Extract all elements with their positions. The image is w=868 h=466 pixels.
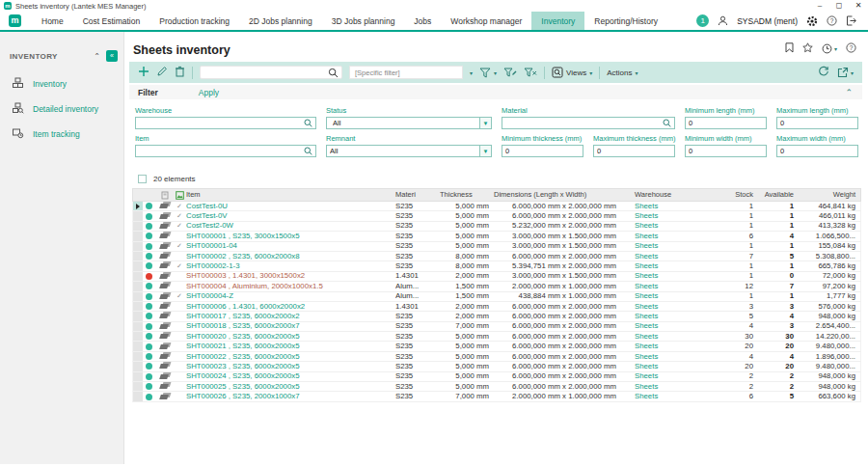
max-thickness-field[interactable]: [593, 145, 675, 157]
item-name-link[interactable]: SHT000003 , 1.4301, 3000x1500x2: [186, 271, 395, 281]
item-name-link[interactable]: SHT000006 , 1.4301, 6000x2000x2: [186, 302, 395, 312]
max-length-field[interactable]: [776, 117, 858, 129]
remnant-select[interactable]: ▼: [326, 145, 492, 157]
row-selector[interactable]: [133, 242, 143, 251]
warehouse-link[interactable]: Sheets: [621, 352, 721, 362]
quick-search-box[interactable]: [200, 66, 342, 79]
logout-icon[interactable]: [846, 15, 856, 26]
table-row[interactable]: SHT000018 , S235, 6000x2000x7S2357,000 m…: [132, 322, 861, 332]
row-selector[interactable]: [133, 272, 143, 281]
column-header-available[interactable]: Available: [758, 190, 799, 200]
max-width-input[interactable]: [777, 147, 857, 155]
menu-item-cost-estimation[interactable]: Cost Estimation: [73, 12, 150, 30]
warehouse-link[interactable]: Sheets: [621, 392, 721, 401]
min-thickness-input[interactable]: [502, 147, 583, 155]
max-width-field[interactable]: [776, 145, 858, 157]
row-selector[interactable]: [133, 392, 143, 400]
item-name-link[interactable]: SHT000002-1-3: [186, 261, 395, 271]
remnant-dropdown-icon[interactable]: ▼: [479, 146, 491, 156]
item-input[interactable]: [136, 147, 304, 155]
row-selector[interactable]: [133, 312, 143, 320]
min-length-field[interactable]: [685, 117, 767, 129]
sidebar-item-detailed-inventory[interactable]: Detailed inventory: [0, 96, 123, 122]
warehouse-link[interactable]: Sheets: [621, 312, 721, 321]
filter-collapse-chevron-icon[interactable]: ⌃: [845, 88, 862, 97]
item-name-link[interactable]: SHT000001-04: [186, 241, 395, 251]
menu-item-reporting-history[interactable]: Reporting/History: [584, 12, 667, 30]
menu-item-2d-jobs-planning[interactable]: 2D Jobs planning: [239, 12, 322, 30]
item-name-link[interactable]: SHT000002 , S235, 6000x2000x8: [186, 252, 395, 261]
actions-button[interactable]: Actions ▾: [607, 69, 637, 77]
item-name-link[interactable]: SHT000004-Z: [186, 291, 395, 301]
filter-apply-link[interactable]: Apply: [199, 88, 219, 97]
row-selector[interactable]: [133, 211, 143, 220]
column-header-dimensions[interactable]: Dimensions (Length x Width): [494, 190, 621, 200]
row-selector[interactable]: [133, 252, 143, 260]
sidebar-item-inventory[interactable]: Inventory: [0, 71, 123, 96]
item-name-link[interactable]: SHT000024 , S235, 6000x2000x5: [186, 371, 395, 381]
user-icon[interactable]: [718, 15, 728, 26]
edit-filter-button[interactable]: [503, 68, 517, 78]
sidebar-collapse-button[interactable]: «: [106, 50, 118, 62]
min-width-field[interactable]: [685, 145, 767, 157]
gear-icon[interactable]: [806, 15, 818, 27]
favorite-star-icon[interactable]: [802, 40, 813, 57]
item-name-link[interactable]: CostTest-0V: [186, 211, 395, 221]
specific-filter-select[interactable]: [Specific filter]: [349, 66, 463, 79]
min-thickness-field[interactable]: [502, 145, 583, 157]
delete-button[interactable]: [175, 64, 185, 81]
maximize-button[interactable]: ◻: [829, 0, 849, 12]
table-row[interactable]: SHT000023 , S235, 6000x2000x5S2355,000 m…: [132, 362, 861, 371]
row-selector[interactable]: [133, 302, 143, 311]
table-row[interactable]: SHT000006 , 1.4301, 6000x2000x21.43012,0…: [132, 302, 861, 312]
min-width-input[interactable]: [686, 147, 766, 155]
row-selector[interactable]: [133, 292, 143, 301]
table-row[interactable]: SHT000020 , S235, 6000x2000x5S2355,000 m…: [132, 332, 861, 342]
row-selector[interactable]: [133, 372, 143, 381]
warehouse-input[interactable]: [136, 119, 304, 127]
menu-item-production-tracking[interactable]: Production tracking: [149, 12, 239, 30]
table-row[interactable]: SHT000022 , S235, 6000x2000x5S2355,000 m…: [132, 352, 861, 362]
column-header-warehouse[interactable]: Warehouse: [621, 190, 721, 200]
item-name-link[interactable]: SHT000018 , S235, 6000x2000x7: [186, 321, 395, 331]
status-dropdown-icon[interactable]: ▼: [479, 118, 491, 128]
table-row[interactable]: SHT000003 , 1.4301, 3000x1500x21.43012,0…: [132, 272, 861, 282]
close-button[interactable]: ✕: [849, 0, 868, 12]
warehouse-link[interactable]: Sheets: [621, 241, 721, 251]
username-label[interactable]: SYSADM (ment): [737, 16, 798, 26]
table-row[interactable]: ✓SHT000004-ZAlum...1,500 mm438,884 mm x …: [132, 292, 861, 302]
table-row[interactable]: ✓CostTest2-0WS2355,000 mm5.232,000 mm x …: [132, 222, 861, 232]
table-row[interactable]: ✓SHT000001-04S2355,000 mm3.000,000 mm x …: [132, 242, 861, 252]
item-name-link[interactable]: SHT000017 , S235, 6000x2000x2: [186, 312, 395, 321]
warehouse-link[interactable]: Sheets: [621, 342, 721, 351]
warehouse-link[interactable]: Sheets: [621, 362, 721, 371]
row-selector[interactable]: [133, 332, 143, 341]
item-name-link[interactable]: SHT000022 , S235, 6000x2000x5: [186, 352, 395, 362]
sidebar-collapse-chevron-icon[interactable]: ⌃: [94, 52, 100, 61]
status-column-icon[interactable]: [156, 191, 173, 200]
select-all-checkbox[interactable]: [138, 175, 147, 183]
clear-filter-button[interactable]: [524, 68, 537, 78]
menu-item-home[interactable]: Home: [32, 12, 73, 30]
item-name-link[interactable]: SHT000023 , S235, 6000x2000x5: [186, 362, 395, 371]
material-field[interactable]: [502, 117, 675, 129]
page-help-icon[interactable]: ?: [846, 40, 856, 57]
table-row[interactable]: SHT000001 , S235, 3000x1500x5S2355,000 m…: [132, 232, 861, 241]
table-row[interactable]: ✓CostTest-0US2355,000 mm6.000,000 mm x 2…: [132, 202, 861, 211]
specific-filter-caret-icon[interactable]: ▾: [470, 69, 473, 76]
row-selector[interactable]: [133, 282, 143, 290]
help-icon[interactable]: ?: [827, 15, 837, 26]
warehouse-link[interactable]: Sheets: [621, 321, 721, 331]
table-row[interactable]: SHT000025 , S235, 6000x2000x5S2355,000 m…: [132, 382, 861, 392]
menu-item-workshop-manager[interactable]: Workshop manager: [441, 12, 531, 30]
table-row[interactable]: SHT000004 , Aluminium, 2000x1000x1.5Alum…: [132, 282, 861, 291]
column-header-stock[interactable]: Stock: [721, 190, 758, 200]
sidebar-item-item-tracking[interactable]: Item tracking: [0, 122, 123, 147]
table-row[interactable]: SHT000021 , S235, 6000x2000x5S2355,000 m…: [132, 342, 861, 351]
row-selector[interactable]: [133, 322, 143, 331]
image-column-icon[interactable]: [173, 191, 186, 200]
table-row[interactable]: SHT000002 , S235, 6000x2000x8S2358,000 m…: [132, 252, 861, 261]
warehouse-link[interactable]: Sheets: [621, 332, 721, 342]
filter-dropdown-button[interactable]: ▾: [479, 68, 497, 78]
item-name-link[interactable]: SHT000004 , Aluminium, 2000x1000x1.5: [186, 282, 395, 291]
